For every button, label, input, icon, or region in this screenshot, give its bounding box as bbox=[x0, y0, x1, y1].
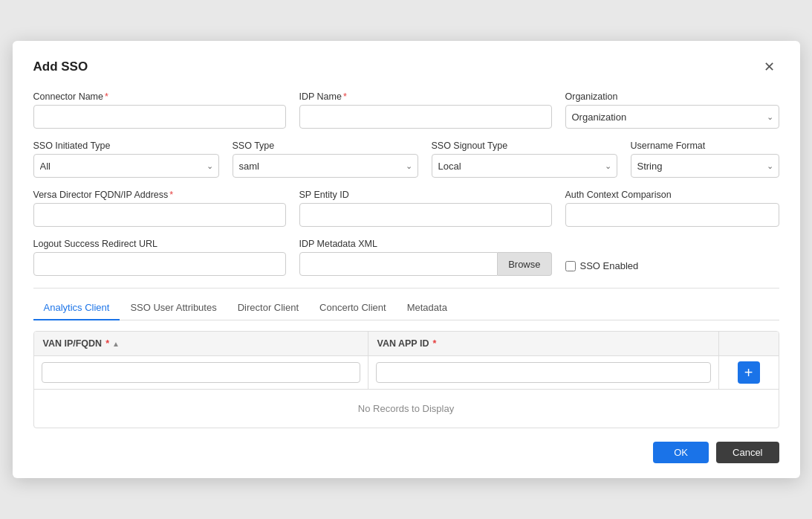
ok-button[interactable]: OK bbox=[653, 442, 709, 463]
username-format-label: Username Format bbox=[631, 141, 779, 151]
van-app-id-input-cell bbox=[368, 356, 719, 389]
sp-entity-id-input[interactable] bbox=[299, 203, 552, 227]
logout-url-group: Logout Success Redirect URL bbox=[33, 239, 286, 276]
idp-metadata-xml-label: IDP Metadata XML bbox=[299, 239, 552, 249]
form-row-4: Logout Success Redirect URL IDP Metadata… bbox=[33, 239, 779, 276]
dialog-title: Add SSO bbox=[33, 59, 88, 74]
action-header bbox=[719, 332, 779, 355]
cancel-button[interactable]: Cancel bbox=[716, 442, 779, 463]
sso-initiated-type-group: SSO Initiated Type All SP IDP ⌄ bbox=[33, 141, 219, 178]
sso-initiated-type-select[interactable]: All SP IDP bbox=[33, 154, 219, 178]
organization-select-wrapper: Organization ⌄ bbox=[565, 105, 779, 129]
tab-director-client[interactable]: Director Client bbox=[227, 296, 309, 320]
username-format-select[interactable]: String Email Integer bbox=[631, 154, 779, 178]
auth-context-label: Auth Context Comparison bbox=[565, 190, 779, 200]
idp-metadata-xml-input[interactable] bbox=[299, 252, 498, 276]
idp-name-group: IDP Name* bbox=[299, 91, 552, 129]
versa-director-label: Versa Director FQDN/IP Address* bbox=[33, 190, 286, 200]
idp-name-input[interactable] bbox=[299, 105, 552, 129]
add-row-cell: + bbox=[719, 356, 779, 389]
sso-signout-type-group: SSO Signout Type Local Remote ⌄ bbox=[432, 141, 617, 178]
tab-concerto-client[interactable]: Concerto Client bbox=[309, 296, 397, 320]
van-app-id-header: VAN APP ID * bbox=[368, 332, 719, 355]
sso-enabled-checkbox[interactable] bbox=[565, 261, 576, 271]
sso-enabled-label: SSO Enabled bbox=[580, 260, 639, 271]
organization-group: Organization Organization ⌄ bbox=[565, 91, 779, 129]
idp-metadata-xml-group: IDP Metadata XML Browse bbox=[299, 239, 552, 276]
van-ip-fqdn-header: VAN IP/FQDN * ▲ bbox=[34, 332, 368, 355]
auth-context-input[interactable]: exact bbox=[565, 203, 779, 227]
sso-signout-type-select-wrapper: Local Remote ⌄ bbox=[432, 154, 617, 178]
van-ip-fqdn-input-cell bbox=[34, 356, 368, 389]
username-format-group: Username Format String Email Integer ⌄ bbox=[631, 141, 779, 178]
logout-url-label: Logout Success Redirect URL bbox=[33, 239, 286, 249]
add-sso-dialog: Add SSO ✕ Connector Name* IDP Name* Orga… bbox=[13, 41, 800, 478]
sso-type-label: SSO Type bbox=[233, 141, 418, 151]
form-row-3: Versa Director FQDN/IP Address* SP Entit… bbox=[33, 190, 779, 227]
versa-director-group: Versa Director FQDN/IP Address* bbox=[33, 190, 286, 227]
sso-signout-type-label: SSO Signout Type bbox=[432, 141, 617, 151]
logout-url-input[interactable] bbox=[33, 252, 286, 276]
table-header: VAN IP/FQDN * ▲ VAN APP ID * bbox=[34, 332, 779, 356]
analytics-client-table: VAN IP/FQDN * ▲ VAN APP ID * + No Record… bbox=[33, 331, 779, 428]
no-records-message: No Records to Display bbox=[34, 390, 779, 428]
connector-name-group: Connector Name* bbox=[33, 91, 286, 129]
dialog-footer: OK Cancel bbox=[33, 442, 779, 463]
sso-enabled-group: SSO Enabled bbox=[565, 239, 779, 276]
idp-metadata-xml-input-group: Browse bbox=[299, 252, 552, 276]
auth-context-group: Auth Context Comparison exact bbox=[565, 190, 779, 227]
organization-select[interactable]: Organization bbox=[565, 105, 779, 129]
idp-name-label: IDP Name* bbox=[299, 91, 552, 102]
sso-initiated-type-label: SSO Initiated Type bbox=[33, 141, 219, 151]
sp-entity-id-group: SP Entity ID bbox=[299, 190, 552, 227]
van-ip-fqdn-input[interactable] bbox=[42, 362, 360, 383]
sp-entity-id-label: SP Entity ID bbox=[299, 190, 552, 200]
sso-type-select[interactable]: saml oidc bbox=[233, 154, 418, 178]
table-input-row: + bbox=[34, 356, 779, 390]
tab-metadata[interactable]: Metadata bbox=[397, 296, 458, 320]
van-app-id-input[interactable] bbox=[376, 362, 711, 383]
sort-icon[interactable]: ▲ bbox=[112, 340, 120, 348]
browse-button[interactable]: Browse bbox=[498, 252, 551, 276]
tab-sso-user-attributes[interactable]: SSO User Attributes bbox=[120, 296, 227, 320]
form-row-1: Connector Name* IDP Name* Organization O… bbox=[33, 91, 779, 129]
section-divider bbox=[33, 288, 779, 288]
close-button[interactable]: ✕ bbox=[759, 59, 779, 75]
connector-name-input[interactable] bbox=[33, 105, 286, 129]
username-format-select-wrapper: String Email Integer ⌄ bbox=[631, 154, 779, 178]
connector-name-label: Connector Name* bbox=[33, 91, 286, 102]
sso-initiated-type-select-wrapper: All SP IDP ⌄ bbox=[33, 154, 219, 178]
sso-type-group: SSO Type saml oidc ⌄ bbox=[233, 141, 418, 178]
organization-label: Organization bbox=[565, 91, 779, 102]
add-row-button[interactable]: + bbox=[738, 361, 760, 384]
sso-type-select-wrapper: saml oidc ⌄ bbox=[233, 154, 418, 178]
dialog-header: Add SSO ✕ bbox=[33, 59, 779, 75]
versa-director-input[interactable] bbox=[33, 203, 286, 227]
form-row-2: SSO Initiated Type All SP IDP ⌄ SSO Type… bbox=[33, 141, 779, 178]
tab-analytics-client[interactable]: Analytics Client bbox=[33, 296, 120, 320]
sso-signout-type-select[interactable]: Local Remote bbox=[432, 154, 617, 178]
tabs-bar: Analytics Client SSO User Attributes Dir… bbox=[33, 296, 779, 320]
